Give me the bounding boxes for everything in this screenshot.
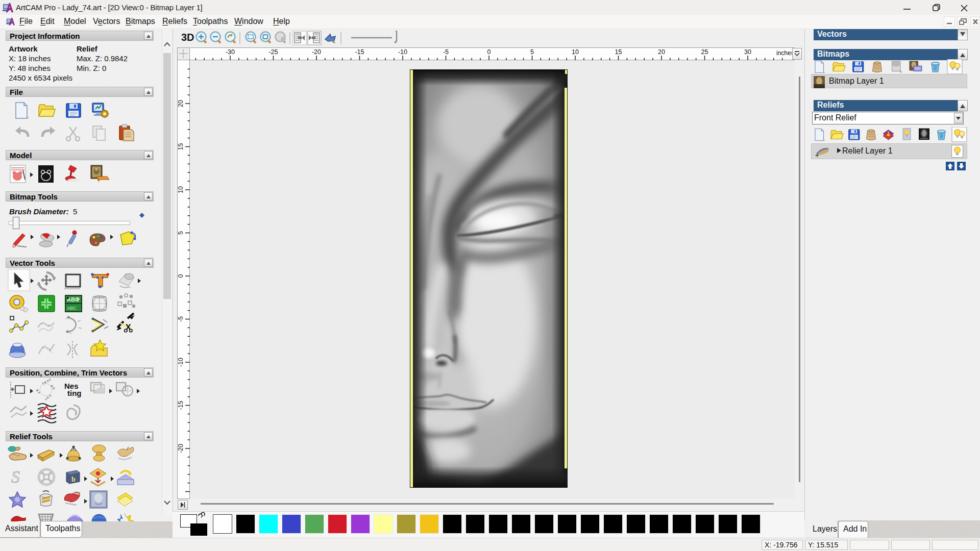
svg-text:0: 0 xyxy=(487,48,491,56)
svg-text:-25: -25 xyxy=(268,48,278,56)
svg-text:5: 5 xyxy=(530,48,534,56)
svg-text:10: 10 xyxy=(572,48,579,56)
svg-text:30: 30 xyxy=(744,48,751,56)
svg-text:-5: -5 xyxy=(178,316,184,322)
svg-text:5: 5 xyxy=(178,231,184,235)
svg-text:-10: -10 xyxy=(398,48,407,56)
svg-text:-20: -20 xyxy=(178,444,184,453)
svg-text:S: S xyxy=(11,467,20,486)
svg-text:ABC: ABC xyxy=(67,306,77,311)
svg-text:+: + xyxy=(815,152,819,158)
svg-text:-20: -20 xyxy=(312,48,321,56)
svg-text:-30: -30 xyxy=(226,48,235,56)
svg-text:25: 25 xyxy=(701,48,708,56)
svg-text:15: 15 xyxy=(178,143,184,151)
svg-text:-5: -5 xyxy=(443,48,449,56)
svg-text:-10: -10 xyxy=(178,358,184,367)
svg-text:0: 0 xyxy=(178,274,184,278)
svg-text:b: b xyxy=(71,475,76,483)
svg-text:o n: o n xyxy=(50,384,56,390)
svg-text:-15: -15 xyxy=(178,400,184,410)
svg-text:20: 20 xyxy=(658,48,665,56)
svg-text:10: 10 xyxy=(178,186,184,193)
svg-text:-15: -15 xyxy=(355,48,364,56)
svg-text:c u r: c u r xyxy=(44,394,52,402)
svg-text:ting: ting xyxy=(67,389,82,397)
svg-text:20: 20 xyxy=(178,100,184,107)
svg-text:15: 15 xyxy=(615,48,622,56)
